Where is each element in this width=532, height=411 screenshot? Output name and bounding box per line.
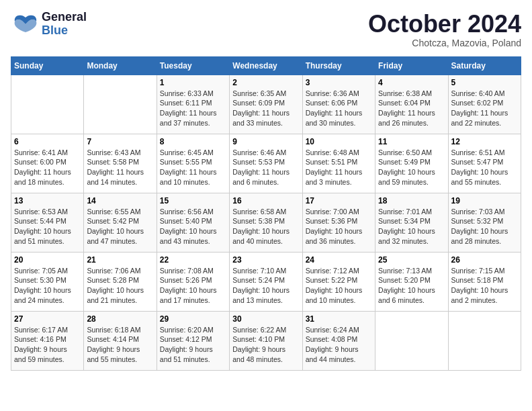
- day-info: Sunrise: 7:13 AM Sunset: 5:20 PM Dayligh…: [378, 266, 445, 306]
- day-number: 17: [306, 196, 372, 205]
- header-wednesday: Wednesday: [230, 56, 302, 75]
- calendar-cell: [11, 75, 84, 134]
- calendar-cell: 8Sunrise: 6:45 AM Sunset: 5:55 PM Daylig…: [157, 134, 229, 193]
- day-number: 1: [160, 78, 226, 87]
- calendar-cell: 12Sunrise: 6:51 AM Sunset: 5:47 PM Dayli…: [448, 134, 521, 193]
- day-number: 24: [306, 255, 372, 265]
- day-number: 26: [451, 255, 518, 265]
- calendar-cell: 11Sunrise: 6:50 AM Sunset: 5:49 PM Dayli…: [375, 134, 448, 193]
- day-info: Sunrise: 6:18 AM Sunset: 4:14 PM Dayligh…: [87, 325, 153, 365]
- day-number: 25: [378, 255, 445, 265]
- header-row: Sunday Monday Tuesday Wednesday Thursday…: [11, 56, 521, 75]
- day-info: Sunrise: 7:03 AM Sunset: 5:32 PM Dayligh…: [451, 207, 518, 246]
- calendar-cell: 7Sunrise: 6:43 AM Sunset: 5:58 PM Daylig…: [84, 134, 157, 193]
- day-info: Sunrise: 7:12 AM Sunset: 5:22 PM Dayligh…: [306, 266, 372, 306]
- day-number: 12: [451, 137, 518, 146]
- day-number: 4: [378, 78, 445, 87]
- calendar-cell: 4Sunrise: 6:38 AM Sunset: 6:04 PM Daylig…: [375, 75, 448, 134]
- calendar-cell: 5Sunrise: 6:40 AM Sunset: 6:02 PM Daylig…: [448, 75, 521, 134]
- header-monday: Monday: [84, 56, 157, 75]
- logo-icon: [11, 12, 40, 36]
- calendar-cell: 25Sunrise: 7:13 AM Sunset: 5:20 PM Dayli…: [375, 252, 448, 311]
- calendar-cell: 23Sunrise: 7:10 AM Sunset: 5:24 PM Dayli…: [230, 252, 302, 311]
- day-info: Sunrise: 6:58 AM Sunset: 5:38 PM Dayligh…: [232, 207, 299, 246]
- calendar-cell: 27Sunrise: 6:17 AM Sunset: 4:16 PM Dayli…: [11, 311, 84, 370]
- day-info: Sunrise: 6:53 AM Sunset: 5:44 PM Dayligh…: [14, 207, 81, 246]
- header-friday: Friday: [375, 56, 448, 75]
- day-number: 2: [232, 78, 299, 87]
- calendar-week-2: 6Sunrise: 6:41 AM Sunset: 6:00 PM Daylig…: [11, 134, 521, 193]
- calendar-cell: 14Sunrise: 6:55 AM Sunset: 5:42 PM Dayli…: [84, 193, 157, 252]
- calendar-cell: 31Sunrise: 6:24 AM Sunset: 4:08 PM Dayli…: [302, 311, 375, 370]
- day-number: 15: [160, 196, 226, 205]
- day-number: 19: [451, 196, 518, 205]
- calendar-cell: 22Sunrise: 7:08 AM Sunset: 5:26 PM Dayli…: [157, 252, 229, 311]
- day-info: Sunrise: 6:46 AM Sunset: 5:53 PM Dayligh…: [232, 148, 299, 187]
- calendar-cell: 3Sunrise: 6:36 AM Sunset: 6:06 PM Daylig…: [302, 75, 375, 134]
- day-number: 11: [378, 137, 445, 146]
- day-info: Sunrise: 6:48 AM Sunset: 5:51 PM Dayligh…: [306, 148, 372, 187]
- calendar-cell: 13Sunrise: 6:53 AM Sunset: 5:44 PM Dayli…: [11, 193, 84, 252]
- logo: General Blue: [11, 11, 87, 38]
- day-info: Sunrise: 6:41 AM Sunset: 6:00 PM Dayligh…: [14, 148, 81, 187]
- logo-blue: Blue: [42, 24, 87, 38]
- calendar-cell: 26Sunrise: 7:15 AM Sunset: 5:18 PM Dayli…: [448, 252, 521, 311]
- calendar-cell: 10Sunrise: 6:48 AM Sunset: 5:51 PM Dayli…: [302, 134, 375, 193]
- day-info: Sunrise: 7:01 AM Sunset: 5:34 PM Dayligh…: [378, 207, 445, 246]
- day-info: Sunrise: 6:35 AM Sunset: 6:09 PM Dayligh…: [232, 89, 299, 128]
- day-info: Sunrise: 6:56 AM Sunset: 5:40 PM Dayligh…: [160, 207, 226, 246]
- calendar-cell: 20Sunrise: 7:05 AM Sunset: 5:30 PM Dayli…: [11, 252, 84, 311]
- calendar-header: Sunday Monday Tuesday Wednesday Thursday…: [11, 56, 521, 75]
- day-number: 22: [160, 255, 226, 265]
- calendar-cell: 29Sunrise: 6:20 AM Sunset: 4:12 PM Dayli…: [157, 311, 229, 370]
- calendar-cell: 2Sunrise: 6:35 AM Sunset: 6:09 PM Daylig…: [230, 75, 302, 134]
- location-subtitle: Chotcza, Mazovia, Poland: [368, 38, 521, 48]
- day-number: 23: [232, 255, 299, 265]
- day-info: Sunrise: 6:38 AM Sunset: 6:04 PM Dayligh…: [378, 89, 445, 128]
- day-number: 3: [306, 78, 372, 87]
- day-info: Sunrise: 6:20 AM Sunset: 4:12 PM Dayligh…: [160, 325, 226, 365]
- day-info: Sunrise: 6:33 AM Sunset: 6:11 PM Dayligh…: [160, 89, 226, 128]
- calendar-cell: 24Sunrise: 7:12 AM Sunset: 5:22 PM Dayli…: [302, 252, 375, 311]
- calendar-table: Sunday Monday Tuesday Wednesday Thursday…: [11, 56, 521, 371]
- day-info: Sunrise: 6:55 AM Sunset: 5:42 PM Dayligh…: [87, 207, 153, 246]
- calendar-cell: 28Sunrise: 6:18 AM Sunset: 4:14 PM Dayli…: [84, 311, 157, 370]
- day-info: Sunrise: 7:10 AM Sunset: 5:24 PM Dayligh…: [232, 266, 299, 306]
- day-info: Sunrise: 7:00 AM Sunset: 5:36 PM Dayligh…: [306, 207, 372, 246]
- calendar-cell: 21Sunrise: 7:06 AM Sunset: 5:28 PM Dayli…: [84, 252, 157, 311]
- day-info: Sunrise: 6:24 AM Sunset: 4:08 PM Dayligh…: [306, 325, 372, 365]
- calendar-cell: 17Sunrise: 7:00 AM Sunset: 5:36 PM Dayli…: [302, 193, 375, 252]
- day-info: Sunrise: 6:43 AM Sunset: 5:58 PM Dayligh…: [87, 148, 153, 187]
- day-number: 20: [14, 255, 81, 265]
- day-info: Sunrise: 7:15 AM Sunset: 5:18 PM Dayligh…: [451, 266, 518, 306]
- day-info: Sunrise: 6:36 AM Sunset: 6:06 PM Dayligh…: [306, 89, 372, 128]
- calendar-cell: [448, 311, 521, 370]
- day-number: 16: [232, 196, 299, 205]
- header-tuesday: Tuesday: [157, 56, 229, 75]
- day-info: Sunrise: 7:08 AM Sunset: 5:26 PM Dayligh…: [160, 266, 226, 306]
- calendar-cell: 19Sunrise: 7:03 AM Sunset: 5:32 PM Dayli…: [448, 193, 521, 252]
- day-info: Sunrise: 6:40 AM Sunset: 6:02 PM Dayligh…: [451, 89, 518, 128]
- header-saturday: Saturday: [448, 56, 521, 75]
- calendar-cell: [84, 75, 157, 134]
- month-title: October 2024: [368, 11, 521, 38]
- day-number: 6: [14, 137, 81, 146]
- page-header: General Blue October 2024 Chotcza, Mazov…: [11, 11, 521, 48]
- day-number: 27: [14, 314, 81, 324]
- day-info: Sunrise: 6:45 AM Sunset: 5:55 PM Dayligh…: [160, 148, 226, 187]
- day-number: 7: [87, 137, 153, 146]
- day-number: 8: [160, 137, 226, 146]
- day-info: Sunrise: 6:50 AM Sunset: 5:49 PM Dayligh…: [378, 148, 445, 187]
- day-number: 5: [451, 78, 518, 87]
- day-number: 30: [232, 314, 299, 324]
- calendar-week-5: 27Sunrise: 6:17 AM Sunset: 4:16 PM Dayli…: [11, 311, 521, 370]
- calendar-week-1: 1Sunrise: 6:33 AM Sunset: 6:11 PM Daylig…: [11, 75, 521, 134]
- calendar-cell: 18Sunrise: 7:01 AM Sunset: 5:34 PM Dayli…: [375, 193, 448, 252]
- calendar-cell: 16Sunrise: 6:58 AM Sunset: 5:38 PM Dayli…: [230, 193, 302, 252]
- day-number: 13: [14, 196, 81, 205]
- calendar-cell: [375, 311, 448, 370]
- calendar-cell: 1Sunrise: 6:33 AM Sunset: 6:11 PM Daylig…: [157, 75, 229, 134]
- calendar-week-3: 13Sunrise: 6:53 AM Sunset: 5:44 PM Dayli…: [11, 193, 521, 252]
- day-number: 28: [87, 314, 153, 324]
- day-number: 10: [306, 137, 372, 146]
